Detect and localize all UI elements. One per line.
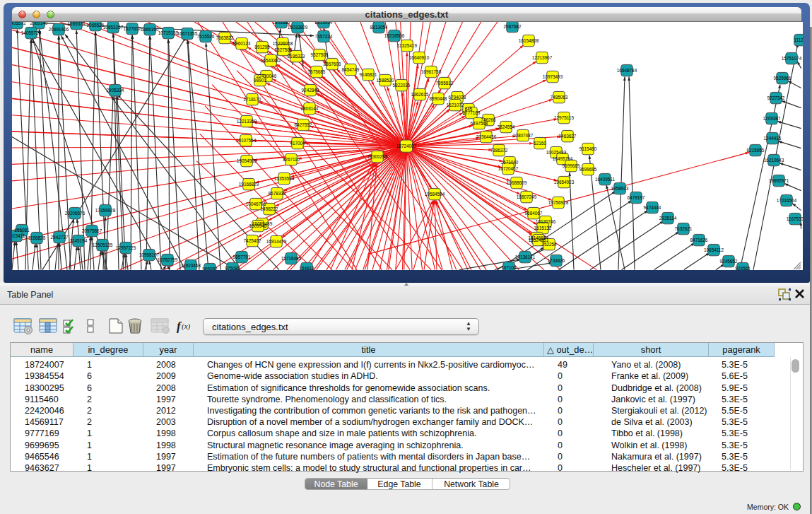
svg-text:154612: 154612 (299, 266, 314, 270)
svg-text:12975115: 12975115 (554, 115, 574, 120)
svg-text:16495794: 16495794 (553, 156, 573, 161)
svg-text:8678332: 8678332 (269, 191, 286, 196)
svg-text:9327508: 9327508 (311, 52, 329, 57)
svg-text:2905334: 2905334 (107, 88, 124, 93)
svg-text:9699695: 9699695 (579, 167, 597, 172)
svg-text:1065526: 1065526 (87, 23, 105, 28)
svg-text:10973493: 10973493 (543, 74, 563, 79)
svg-text:12213369: 12213369 (237, 119, 257, 124)
svg-text:8454749: 8454749 (342, 67, 360, 72)
svg-text:16914479: 16914479 (266, 239, 287, 244)
svg-text:924565: 924565 (735, 266, 751, 270)
svg-text:1958923: 1958923 (611, 186, 629, 191)
svg-text:1145194: 1145194 (70, 238, 88, 243)
svg-text:9146821: 9146821 (360, 72, 377, 77)
svg-text:9245652: 9245652 (720, 259, 738, 264)
svg-text:2069140: 2069140 (30, 22, 48, 25)
svg-text:1609948: 1609948 (249, 223, 267, 228)
svg-text:9474444: 9474444 (644, 205, 661, 210)
svg-text:16543382: 16543382 (261, 58, 281, 63)
svg-text:2942737: 2942737 (51, 235, 69, 240)
svg-text:17359928: 17359928 (95, 208, 116, 213)
svg-text:1498222: 1498222 (261, 206, 278, 211)
svg-text:19054905: 19054905 (237, 158, 257, 163)
svg-text:6497568: 6497568 (471, 121, 488, 126)
svg-text:8186323: 8186323 (288, 54, 305, 59)
svg-text:16782759: 16782759 (158, 257, 178, 262)
svg-text:10688609: 10688609 (507, 180, 527, 185)
svg-text:3267110: 3267110 (283, 157, 300, 162)
svg-text:1209387: 1209387 (763, 116, 781, 121)
svg-text:18300295: 18300295 (367, 154, 388, 159)
svg-text:20364436: 20364436 (476, 134, 497, 139)
svg-text:9529966: 9529966 (774, 76, 792, 81)
svg-text:8813054: 8813054 (370, 25, 388, 30)
svg-text:1156828: 1156828 (28, 235, 46, 240)
svg-text:7632621: 7632621 (675, 226, 693, 231)
svg-text:6966160: 6966160 (141, 27, 159, 32)
svg-text:1405572: 1405572 (12, 22, 26, 25)
svg-text:1733426: 1733426 (548, 258, 565, 263)
svg-text:417004: 417004 (290, 141, 305, 146)
svg-text:1362615: 1362615 (411, 92, 429, 97)
svg-text:19584594: 19584594 (425, 192, 445, 197)
svg-text:9227342: 9227342 (767, 95, 785, 100)
svg-text:1527602: 1527602 (124, 26, 141, 31)
svg-text:3675685: 3675685 (308, 69, 326, 74)
svg-text:12213967: 12213967 (532, 55, 553, 60)
svg-text:17016504: 17016504 (777, 198, 797, 203)
svg-text:5822035: 5822035 (393, 83, 411, 88)
svg-text:2718170: 2718170 (244, 97, 261, 102)
svg-text:2803144: 2803144 (301, 106, 319, 111)
svg-text:13353594: 13353594 (274, 176, 295, 181)
svg-text:62160: 62160 (534, 141, 546, 146)
svg-text:19654923: 19654923 (554, 180, 575, 185)
svg-text:11123: 11123 (794, 37, 803, 42)
svg-text:16671355: 16671355 (177, 31, 198, 36)
svg-text:16210643: 16210643 (764, 158, 784, 163)
svg-text:1167533: 1167533 (787, 216, 803, 221)
svg-text:16154808: 16154808 (519, 38, 539, 43)
svg-text:8813054: 8813054 (315, 22, 333, 25)
svg-text:9857791: 9857791 (233, 255, 251, 259)
svg-text:10046796: 10046796 (246, 201, 266, 206)
svg-text:20691406: 20691406 (49, 27, 69, 32)
svg-text:10107554: 10107554 (236, 138, 257, 143)
svg-text:1621072: 1621072 (447, 103, 464, 107)
svg-text:3915411: 3915411 (12, 233, 25, 238)
svg-text:15226058: 15226058 (273, 41, 293, 46)
svg-text:9463627: 9463627 (559, 134, 577, 139)
svg-text:7663822: 7663822 (216, 35, 234, 40)
svg-text:7955812: 7955812 (436, 81, 454, 86)
svg-text:18807249: 18807249 (517, 194, 537, 199)
svg-text:7357224: 7357224 (315, 34, 333, 39)
svg-text:9242843: 9242843 (302, 88, 319, 93)
svg-text:19218506: 19218506 (384, 33, 405, 38)
svg-text:16640910: 16640910 (409, 55, 430, 60)
svg-text:7386372: 7386372 (490, 148, 508, 153)
svg-text:1065326: 1065326 (68, 22, 86, 26)
svg-text:16033809: 16033809 (288, 25, 308, 30)
svg-text:891295: 891295 (254, 45, 270, 49)
svg-text:19756928: 19756928 (548, 200, 569, 205)
svg-text:1588520: 1588520 (377, 78, 394, 83)
svg-text:16961758: 16961758 (421, 69, 442, 74)
svg-text:20206576: 20206576 (65, 211, 86, 216)
svg-text:10025433: 10025433 (546, 150, 567, 155)
svg-text:10654112: 10654112 (704, 247, 724, 252)
svg-text:6479197: 6479197 (628, 195, 645, 200)
svg-text:3824554: 3824554 (498, 124, 515, 129)
svg-text:10653267: 10653267 (103, 25, 124, 30)
svg-text:2867608: 2867608 (324, 62, 341, 66)
svg-text:14055724: 14055724 (21, 30, 42, 35)
svg-text:8990448: 8990448 (430, 96, 447, 101)
svg-text:7515526: 7515526 (197, 34, 215, 39)
svg-text:(x): (x) (182, 322, 191, 331)
svg-text:19166829: 19166829 (239, 182, 259, 187)
svg-text:975082: 975082 (225, 266, 240, 270)
svg-text:10807487: 10807487 (513, 133, 534, 138)
svg-text:9327506: 9327506 (275, 47, 293, 52)
svg-text:98901: 98901 (254, 78, 266, 83)
svg-text:9115460: 9115460 (579, 146, 597, 151)
svg-text:9684067: 9684067 (525, 211, 543, 216)
